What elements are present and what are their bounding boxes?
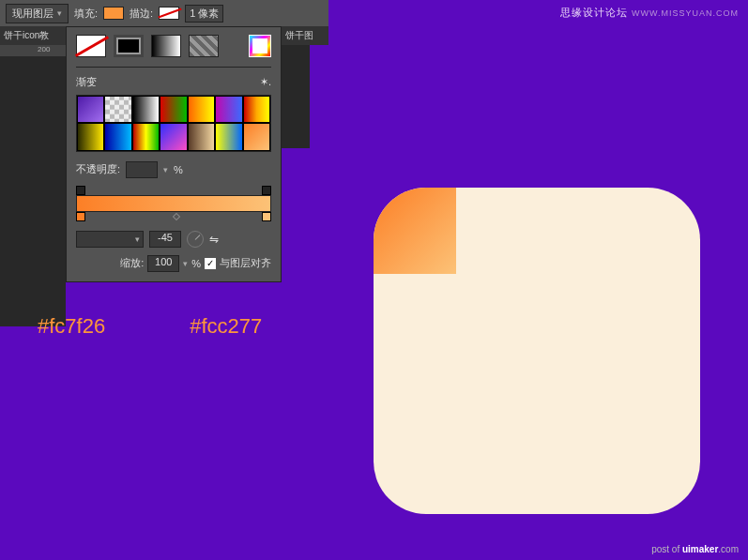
canvas-dark-area <box>0 45 66 326</box>
document-tab-left[interactable]: 饼干icon教 <box>0 26 66 45</box>
gradient-preset[interactable] <box>188 96 215 123</box>
gradient-preset[interactable] <box>77 96 104 123</box>
scale-row: 缩放: 100 ▾ % ✓ 与图层对齐 <box>76 255 271 272</box>
color-stop-left[interactable] <box>76 212 85 221</box>
horizontal-ruler: 200 <box>0 45 66 56</box>
watermark-bottom: post of uimaker.com <box>651 544 739 554</box>
reverse-gradient-icon[interactable]: ⇋ <box>209 233 219 246</box>
gradient-preset[interactable] <box>104 123 131 150</box>
chevron-down-icon: ▾ <box>135 235 140 244</box>
gradient-type-dropdown[interactable]: ▾ <box>76 231 144 248</box>
fill-type-none[interactable] <box>76 35 106 57</box>
watermark-top-cn: 思缘设计论坛 <box>560 7 628 18</box>
gradient-preset[interactable] <box>243 123 270 150</box>
hex-code-left: #fc7f26 <box>38 314 105 339</box>
gradient-preset[interactable] <box>160 96 187 123</box>
gradient-editor <box>76 186 271 223</box>
gradient-preset[interactable] <box>188 123 215 150</box>
gradient-preset[interactable] <box>77 123 104 150</box>
gradient-preset[interactable] <box>160 123 187 150</box>
layer-mode-dropdown[interactable]: 现用图层 ▾ <box>6 4 69 23</box>
chevron-down-icon[interactable]: ▾ <box>183 259 188 268</box>
canvas-gradient-overlay <box>374 188 456 274</box>
gradient-preset[interactable] <box>104 96 131 123</box>
opacity-label: 不透明度: <box>76 162 120 176</box>
opacity-stops-track <box>76 186 271 195</box>
fill-type-gradient[interactable] <box>151 35 181 57</box>
gradient-preset-grid <box>76 95 271 152</box>
scale-label: 缩放: <box>120 256 144 270</box>
opacity-row: 不透明度: ▾ % <box>76 161 271 178</box>
watermark-site: uimaker <box>682 544 718 554</box>
gradient-ramp[interactable] <box>76 195 271 212</box>
color-stop-right[interactable] <box>262 212 271 221</box>
gradient-section-header: 渐变 ✶. <box>76 75 271 89</box>
hex-code-right: #fcc277 <box>190 314 262 339</box>
align-label: 与图层对齐 <box>220 256 271 270</box>
gradient-preset[interactable] <box>215 96 242 123</box>
gear-icon[interactable]: ✶. <box>260 76 271 88</box>
chevron-down-icon[interactable]: ▾ <box>163 165 168 174</box>
gradient-fill-popover: 渐变 ✶. 不透明度: ▾ % ▾ -45 ⇋ 缩放: 100 ▾ % ✓ 与图… <box>66 26 282 282</box>
stroke-label: 描边: <box>130 7 153 21</box>
angle-dial[interactable] <box>187 231 204 248</box>
chevron-down-icon: ▾ <box>57 8 62 18</box>
opacity-stop-right[interactable] <box>262 186 271 195</box>
watermark-top-en: WWW.MISSYUAN.COM <box>632 8 739 18</box>
layer-mode-label: 现用图层 <box>12 7 53 21</box>
fill-swatch[interactable] <box>103 7 124 20</box>
angle-input[interactable]: -45 <box>149 231 181 248</box>
opacity-input[interactable] <box>126 161 158 178</box>
midpoint-diamond-icon[interactable] <box>173 213 180 220</box>
angle-row: ▾ -45 ⇋ <box>76 231 271 248</box>
document-tab-right[interactable]: 饼干图 <box>282 26 328 45</box>
watermark-top: 思缘设计论坛 WWW.MISSYUAN.COM <box>560 6 739 20</box>
color-picker-icon[interactable] <box>249 35 271 57</box>
scale-input[interactable]: 100 <box>147 255 179 272</box>
fill-label: 填充: <box>74 7 98 21</box>
gradient-preset[interactable] <box>132 96 160 123</box>
fill-type-solid[interactable] <box>114 35 144 57</box>
fill-type-row <box>76 35 271 57</box>
gradient-preset[interactable] <box>132 123 160 150</box>
color-stops-track <box>76 212 271 223</box>
fill-type-pattern[interactable] <box>189 35 219 57</box>
watermark-prefix: post of <box>651 544 682 554</box>
options-bar: 现用图层 ▾ 填充: 描边: 1 像素 <box>0 0 328 26</box>
hex-annotations: #fc7f26 #fcc277 <box>38 314 262 339</box>
scale-unit: % <box>191 258 201 269</box>
watermark-suffix: .com <box>718 544 739 554</box>
canvas-rounded-rect <box>374 188 700 514</box>
stroke-width-input[interactable]: 1 像素 <box>185 5 223 23</box>
divider <box>76 67 271 68</box>
gradient-preset[interactable] <box>243 96 270 123</box>
gradient-title: 渐变 <box>76 75 97 89</box>
opacity-unit: % <box>174 164 183 175</box>
gradient-preset[interactable] <box>215 123 242 150</box>
align-checkbox[interactable]: ✓ <box>205 258 216 269</box>
stroke-swatch[interactable] <box>159 7 179 20</box>
canvas-dark-area-right <box>282 45 310 148</box>
opacity-stop-left[interactable] <box>76 186 85 195</box>
